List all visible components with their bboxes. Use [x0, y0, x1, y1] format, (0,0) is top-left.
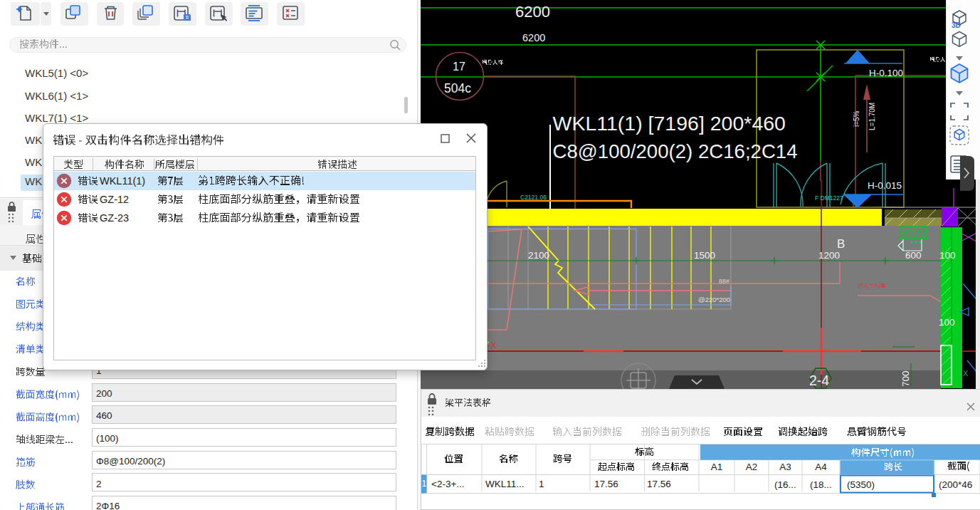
svg-text:88#: 88# [719, 278, 729, 285]
svg-text:H-0.100: H-0.100 [869, 68, 903, 78]
svg-text:(5350): (5350) [847, 479, 875, 490]
svg-text:(18...: (18... [810, 479, 832, 490]
svg-text:600: 600 [905, 250, 922, 261]
svg-text:B: B [837, 237, 845, 251]
svg-text:H-0.015: H-0.015 [868, 180, 902, 191]
svg-text:6200: 6200 [515, 3, 550, 21]
svg-text:100: 100 [939, 317, 955, 328]
svg-text:A3: A3 [779, 462, 791, 472]
svg-text:17.56: 17.56 [594, 479, 618, 489]
svg-text:F DM1227: F DM1227 [815, 194, 843, 202]
svg-text:504c: 504c [444, 81, 471, 95]
svg-text:i=5%: i=5% [853, 110, 860, 127]
svg-text:1: 1 [539, 479, 544, 489]
svg-text:<2-3+...: <2-3+... [431, 479, 465, 489]
svg-text:X: X [963, 369, 969, 378]
svg-text:C8@100/200(2) 2C16;2C14: C8@100/200(2) 2C16;2C14 [553, 140, 798, 162]
svg-text:(200*46: (200*46 [939, 479, 972, 490]
svg-text:A2: A2 [746, 462, 758, 472]
svg-text:2-4: 2-4 [809, 373, 829, 388]
svg-text:L=1.70M: L=1.70M [868, 103, 876, 130]
svg-text:1200: 1200 [818, 250, 840, 261]
svg-text:1500: 1500 [694, 250, 715, 261]
svg-text:6200: 6200 [522, 32, 545, 43]
svg-text:WKL11...: WKL11... [485, 479, 525, 489]
svg-text:3D: 3D [952, 21, 961, 29]
svg-text:C2121.06: C2121.06 [520, 194, 547, 201]
svg-text:A1: A1 [711, 462, 723, 472]
svg-text:-X: -X [488, 340, 497, 350]
svg-text:700: 700 [900, 370, 911, 387]
svg-text:17: 17 [453, 61, 465, 73]
svg-text:100: 100 [939, 250, 956, 261]
svg-text:@220*200: @220*200 [698, 296, 730, 303]
svg-text:(16...: (16... [774, 479, 796, 490]
svg-text:17.56: 17.56 [647, 479, 671, 489]
svg-text:2100: 2100 [528, 250, 549, 261]
svg-text:A4: A4 [815, 462, 827, 472]
svg-text:1: 1 [421, 479, 426, 489]
svg-text:WKL11(1) [7196] 200*460: WKL11(1) [7196] 200*460 [553, 112, 786, 135]
